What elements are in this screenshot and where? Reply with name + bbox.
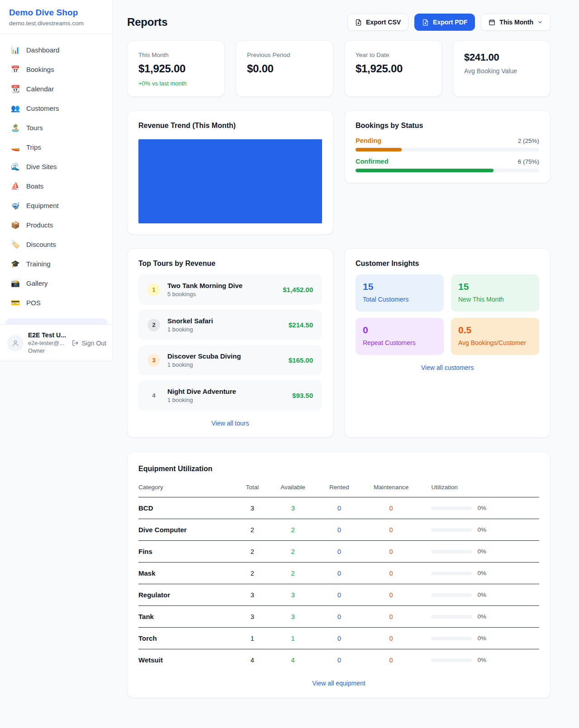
- tour-item-night-dive-adventure: 4Night Dive Adventure1 booking$93.50: [138, 380, 322, 411]
- sidebar-item-label: Tours: [26, 124, 43, 132]
- stat-label: This Month: [138, 52, 214, 58]
- equipment-row-mask: Mask22000%: [138, 563, 539, 584]
- rank-badge: 2: [147, 319, 160, 331]
- sidebar-item-bookings[interactable]: 📅Bookings: [5, 60, 107, 79]
- sidebar-item-label: Training: [26, 260, 51, 268]
- export-pdf-button[interactable]: Export PDF: [414, 14, 475, 31]
- charts-row: Revenue Trend (This Month) Bookings by S…: [127, 110, 551, 235]
- equipment-row-tank: Tank33000%: [138, 606, 539, 628]
- equipment-table-header: CategoryTotalAvailableRentedMaintenanceU…: [138, 480, 539, 497]
- sidebar-item-training[interactable]: 🎓Training: [5, 254, 107, 274]
- export-csv-button[interactable]: Export CSV: [347, 14, 408, 31]
- utilization-percent: 0%: [477, 613, 486, 620]
- sidebar-item-label: Products: [26, 221, 53, 229]
- tour-name: Night Dive Adventure: [167, 388, 236, 395]
- stat-value: $0.00: [247, 62, 322, 75]
- status-bar-fill: [356, 169, 494, 172]
- tour-revenue: $165.00: [289, 356, 313, 364]
- sidebar-item-gallery[interactable]: 📸Gallery: [5, 274, 107, 293]
- equipment-maintenance: 0: [362, 649, 421, 671]
- equipment-maintenance: 0: [362, 497, 421, 519]
- middle-row: Top Tours by Revenue 1Two Tank Morning D…: [127, 248, 551, 438]
- equipment-maintenance: 0: [362, 519, 421, 541]
- sidebar-item-label: Customers: [26, 104, 59, 112]
- equipment-category: Dive Computer: [138, 519, 235, 541]
- equipment-category: Mask: [138, 563, 235, 584]
- page-title: Reports: [127, 16, 167, 28]
- view-all-customers-link[interactable]: View all customers: [356, 364, 539, 371]
- sidebar-item-tours[interactable]: 🏝️Tours: [5, 118, 107, 137]
- document-download-icon: [422, 19, 429, 26]
- equipment-utilization-card: Equipment Utilization CategoryTotalAvail…: [127, 452, 551, 698]
- insight-tile-avg-bookings-customer: 0.5Avg Bookings/Customer: [451, 318, 539, 355]
- pos-icon: 💳: [11, 299, 20, 307]
- tour-name: Two Tank Morning Dive: [167, 282, 242, 289]
- view-all-tours-link[interactable]: View all tours: [138, 420, 322, 427]
- sidebar-item-discounts[interactable]: 🏷️Discounts: [5, 235, 107, 254]
- tour-bookings: 5 bookings: [167, 291, 242, 298]
- user-email: e2e-tester@...: [28, 340, 67, 347]
- status-value: 6 (75%): [518, 158, 539, 165]
- top-tours-card: Top Tours by Revenue 1Two Tank Morning D…: [127, 248, 333, 438]
- customer-insights-title: Customer Insights: [356, 260, 539, 268]
- sidebar-item-pos[interactable]: 💳POS: [5, 293, 107, 312]
- view-all-equipment-link[interactable]: View all equipment: [138, 680, 539, 687]
- sidebar-item-boats[interactable]: ⛵Boats: [5, 176, 107, 196]
- status-label: Confirmed: [356, 158, 389, 165]
- tour-bookings: 1 booking: [167, 326, 213, 333]
- products-icon: 📦: [11, 222, 20, 229]
- sidebar-item-trips[interactable]: 🚤Trips: [5, 137, 107, 157]
- status-rows: Pending2 (25%)Confirmed6 (75%): [356, 137, 539, 172]
- sidebar: Demo Dive Shop demo.test.divestreams.com…: [0, 0, 113, 361]
- top-tours-title: Top Tours by Revenue: [138, 260, 322, 268]
- tour-revenue: $93.50: [292, 392, 313, 399]
- tour-item-two-tank-morning-dive: 1Two Tank Morning Dive5 bookings$1,452.0…: [138, 274, 322, 305]
- equipment-total: 1: [235, 628, 269, 649]
- equipment-available: 2: [269, 541, 317, 563]
- sidebar-item-customers[interactable]: 👥Customers: [5, 99, 107, 118]
- insight-tile-repeat-customers: 0Repeat Customers: [356, 318, 444, 355]
- training-icon: 🎓: [11, 260, 20, 268]
- equipment-rented: 0: [317, 649, 362, 671]
- sidebar-item-selected-partial[interactable]: [5, 318, 107, 324]
- top-tours-list: 1Two Tank Morning Dive5 bookings$1,452.0…: [138, 274, 322, 411]
- equipment-utilization-title: Equipment Utilization: [138, 465, 539, 473]
- bookings-by-status-card: Bookings by Status Pending2 (25%)Confirm…: [344, 110, 551, 183]
- sign-out-button[interactable]: Sign Out: [72, 340, 106, 347]
- equipment-available: 3: [269, 606, 317, 628]
- equipment-rented: 0: [317, 606, 362, 628]
- utilization-bar: [431, 506, 472, 510]
- column-header-utilization: Utilization: [420, 480, 539, 497]
- stat-value: $241.00: [464, 52, 539, 63]
- insight-value: 0: [363, 325, 437, 336]
- sidebar-item-dashboard[interactable]: 📊Dashboard: [5, 40, 107, 60]
- sidebar-item-products[interactable]: 📦Products: [5, 215, 107, 235]
- utilization-bar: [431, 572, 472, 575]
- column-header-category: Category: [138, 480, 235, 497]
- stat-delta: +0% vs last month: [138, 80, 214, 87]
- sidebar-item-label: Calendar: [26, 85, 54, 93]
- period-selector[interactable]: This Month: [481, 14, 551, 31]
- equipment-rented: 0: [317, 563, 362, 584]
- sidebar-nav: 📊Dashboard📅Bookings📆Calendar👥Customers🏝️…: [0, 34, 113, 312]
- rank-badge: 1: [147, 284, 160, 296]
- stat-label: Year to Date: [356, 52, 431, 58]
- tour-item-discover-scuba-diving: 3Discover Scuba Diving1 booking$165.00: [138, 345, 322, 375]
- stat-card-this-month: This Month$1,925.00+0% vs last month: [127, 40, 225, 97]
- tour-bookings: 1 booking: [167, 361, 241, 368]
- dive-sites-icon: 🌊: [11, 163, 20, 170]
- customer-insights-card: Customer Insights 15Total Customers15New…: [344, 248, 551, 438]
- stat-card-previous-period: Previous Period$0.00: [236, 40, 333, 97]
- sidebar-item-dive-sites[interactable]: 🌊Dive Sites: [5, 157, 107, 176]
- column-header-rented: Rented: [317, 480, 362, 497]
- tour-name: Discover Scuba Diving: [167, 352, 241, 360]
- document-download-icon: [355, 19, 362, 26]
- utilization-percent: 0%: [477, 548, 486, 555]
- status-row-pending: Pending2 (25%): [356, 137, 539, 151]
- sidebar-item-calendar[interactable]: 📆Calendar: [5, 79, 107, 99]
- sidebar-item-equipment[interactable]: 🤿Equipment: [5, 196, 107, 215]
- main-content: Reports Export CSV Export PDF: [127, 0, 551, 728]
- avatar: [7, 335, 24, 351]
- equipment-rented: 0: [317, 497, 362, 519]
- boats-icon: ⛵: [11, 183, 20, 190]
